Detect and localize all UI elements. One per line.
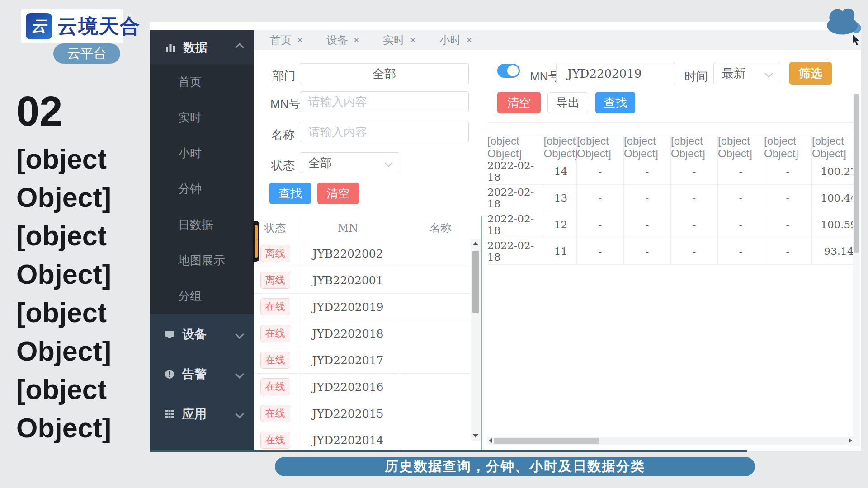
sidebar-item-label: 分钟: [178, 181, 202, 197]
card-bottom-edge: [150, 450, 747, 452]
data-row[interactable]: 2022-02-18 14 - - - - - 100.27: [487, 158, 853, 185]
device-mn: JYD2202014: [297, 427, 399, 452]
tab[interactable]: 首页 ×: [258, 30, 315, 50]
status-badge: 离线: [260, 245, 290, 262]
search-button[interactable]: 查找: [269, 183, 311, 204]
tab-close-icon[interactable]: ×: [297, 34, 303, 46]
device-row[interactable]: 在线 JYD2202017: [254, 347, 482, 374]
device-row[interactable]: 在线 JYD2202016: [254, 374, 482, 400]
device-table-scrollbar[interactable]: [471, 239, 481, 441]
cell-hour: 14: [545, 158, 577, 184]
slide-title-line: [object Object]: [16, 371, 138, 447]
sidebar-filler: [150, 433, 254, 451]
time-select[interactable]: 最新: [713, 63, 779, 84]
query-search-button[interactable]: 查找: [595, 92, 635, 113]
scrollbar-thumb[interactable]: [854, 94, 859, 253]
cell-humidity: -: [764, 158, 812, 184]
mn-input[interactable]: 请输入内容: [300, 91, 469, 112]
data-row[interactable]: 2022-02-18 12 - - - - - 100.59: [487, 211, 853, 238]
tab-label: 首页: [270, 33, 292, 47]
data-row[interactable]: 2022-02-18 11 - - - - - 93.14: [487, 238, 853, 265]
tab-close-icon[interactable]: ×: [410, 34, 416, 46]
cell-date: 2022-02-18: [487, 238, 545, 264]
sidebar-section-device[interactable]: 设备: [150, 314, 254, 354]
tab[interactable]: 小时 ×: [428, 30, 484, 50]
device-row[interactable]: 在线 JYD2202015: [254, 400, 482, 427]
device-mn: JYD2202016: [297, 374, 399, 400]
mn-toggle[interactable]: [497, 64, 520, 78]
sidebar-section-alarm[interactable]: 告警: [150, 354, 254, 394]
cell-pressure: 100.44: [812, 185, 853, 211]
scrollbar-thumb[interactable]: [494, 438, 599, 444]
scrollbar-thumb[interactable]: [472, 251, 479, 313]
sidebar-item[interactable]: 首页: [150, 64, 254, 100]
name-input[interactable]: 请输入内容: [300, 122, 469, 142]
cell-pm10: -: [577, 211, 624, 238]
data-row[interactable]: 2022-02-18 13 - - - - - 100.44: [487, 185, 853, 211]
bar-chart-icon: [165, 42, 176, 53]
device-mn: JYD2202019: [297, 294, 399, 320]
query-mn-label: MN号: [530, 69, 560, 84]
tab-close-icon[interactable]: ×: [467, 34, 472, 46]
cell-temp: -: [718, 185, 764, 211]
scroll-up-icon[interactable]: [473, 242, 478, 245]
tab-label: 小时: [439, 33, 461, 47]
cell-pressure: 100.59: [812, 211, 853, 238]
device-row[interactable]: 在线 JYD2202018: [254, 320, 482, 347]
cell-pm25: -: [624, 185, 671, 211]
device-row[interactable]: 离线 JYB2202001: [254, 267, 482, 294]
status-label: 状态: [271, 158, 295, 174]
tab-close-icon[interactable]: ×: [354, 34, 359, 46]
sidebar-section-label: 应用: [182, 406, 207, 422]
cell-tsp: -: [671, 211, 718, 238]
cell-hour: 12: [545, 211, 577, 238]
scroll-left-icon[interactable]: [489, 438, 492, 443]
cell-pm25: -: [624, 238, 671, 264]
device-row[interactable]: 在线 JYD2202014: [254, 427, 482, 452]
data-table-vscrollbar[interactable]: [853, 94, 860, 446]
sidebar-item[interactable]: 分钟: [150, 171, 254, 207]
department-field[interactable]: 全部: [300, 63, 469, 84]
export-button[interactable]: 导出: [547, 92, 588, 113]
chevron-down-icon: [384, 159, 392, 167]
clear-button[interactable]: 清空: [317, 183, 359, 204]
sidebar-item[interactable]: 日数据: [150, 207, 254, 243]
query-mn-input[interactable]: JYD2202019: [556, 63, 675, 84]
cell-pm10: -: [577, 238, 624, 264]
scroll-right-icon[interactable]: [849, 438, 852, 443]
column-header: [object Object]: [718, 136, 764, 158]
column-header: [object Object]: [812, 136, 853, 158]
tab[interactable]: 设备 ×: [315, 30, 371, 50]
data-table-body: 2022-02-18 14 - - - - - 100.27 2022-02-1…: [487, 158, 853, 265]
cell-humidity: -: [764, 238, 812, 264]
platform-badge: 云平台: [53, 43, 120, 64]
data-table-hscrollbar[interactable]: [487, 437, 854, 445]
sidebar-section-data[interactable]: 数据: [150, 30, 254, 64]
scroll-down-icon[interactable]: [473, 434, 478, 438]
sidebar-item[interactable]: 分组: [150, 278, 254, 314]
tab[interactable]: 实时 ×: [371, 30, 428, 50]
cell-date: 2022-02-18: [487, 158, 545, 184]
query-clear-button[interactable]: 清空: [497, 92, 541, 113]
name-label: 名称: [271, 127, 295, 143]
cell-pm10: -: [577, 185, 624, 211]
status-badge: 在线: [260, 298, 290, 315]
sidebar-item[interactable]: 实时: [150, 100, 254, 136]
sidebar-item[interactable]: 地图展示: [150, 243, 254, 278]
status-badge: 在线: [260, 432, 290, 449]
device-row[interactable]: 在线 JYD2202019: [254, 294, 482, 320]
cell-hour: 13: [545, 185, 577, 211]
brand-logo-icon: 云: [26, 13, 52, 39]
sidebar-item[interactable]: 小时: [150, 136, 254, 171]
brand-name: 云境天合: [57, 13, 141, 40]
sidebar-section-label: 设备: [182, 326, 207, 343]
device-name: [399, 374, 482, 400]
status-select[interactable]: 全部: [300, 152, 399, 173]
cell-humidity: -: [764, 211, 812, 238]
sidebar-item-label: 日数据: [178, 217, 213, 233]
sidebar-section-app[interactable]: 应用: [150, 394, 254, 433]
column-header: [object Object]: [545, 136, 577, 158]
tab-label: 实时: [383, 33, 405, 47]
device-row[interactable]: 离线 JYB2202002: [254, 240, 482, 267]
filter-button[interactable]: 筛选: [789, 62, 832, 85]
